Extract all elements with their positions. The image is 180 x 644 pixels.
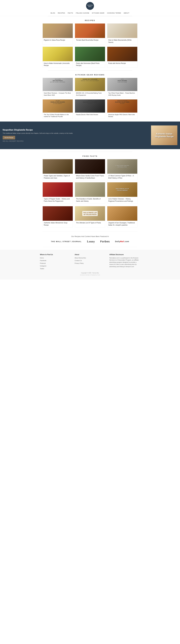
gear-card-image: BAKING 101: 15 Essential Baking Tools An… bbox=[75, 78, 105, 91]
gear-card-title: BAKING 101: 15 Essential Baking Tools An… bbox=[76, 92, 104, 96]
fact-card-image bbox=[43, 182, 73, 197]
recipe-card-image bbox=[75, 24, 105, 38]
cta-banner: Neapolitan Sfogliatelle Recipe This trad… bbox=[0, 122, 180, 149]
featured-title: Our Recipes And Content Have Been Featur… bbox=[43, 236, 137, 238]
footer-disclosure: Affiliate Disclosure Nonnabox.com is a p… bbox=[109, 254, 140, 270]
fact-card[interactable]: Where Does Vanilla Come From? Facts and … bbox=[75, 159, 105, 180]
recipe-card-body: Rigatoni in Salsa Rosa Recipe bbox=[43, 38, 73, 42]
fact-card-title: List of Italian Cheeses – History, Regio… bbox=[108, 198, 136, 202]
fact-card-image: THE ULTIMATE LIST OFITALIAN CHEESES bbox=[107, 182, 137, 197]
featured-logo-lonny: Lonny bbox=[87, 240, 95, 243]
cta-get-recipe-button[interactable]: Get the Recipe bbox=[3, 136, 15, 140]
recipe-card[interactable]: Pesto alla Genovese (Basil Pesto Recipe) bbox=[75, 47, 105, 68]
gear-overlay: The Best PIZZELLE IRON MAKERS IN THE MAR… bbox=[43, 100, 72, 104]
recipe-card-image bbox=[43, 47, 73, 61]
fact-card[interactable]: Types of Pepper Guide – History and Fact… bbox=[43, 182, 73, 204]
fact-card-body: Types of Pepper Guide – History and Fact… bbox=[43, 197, 73, 203]
recipe-card[interactable]: How to Make Besciamella (White Sauce) bbox=[107, 24, 137, 45]
bottom-card-image: THE ULTIMATE LISTOF ITALIAN PASTA bbox=[75, 206, 105, 221]
gear-card-title: The Top 10 Best Pizzelle Makers in the m… bbox=[44, 114, 72, 118]
gear-card[interactable]: The Best PIZZELLE IRON MAKERS IN THE MAR… bbox=[43, 99, 73, 119]
footer-where-link[interactable]: Facebook bbox=[40, 260, 71, 262]
cta-description: This traditional Italian recipe comes di… bbox=[3, 132, 148, 134]
bottom-card-body: The Ultimate List Of Types of Pasta bbox=[75, 221, 105, 225]
bottom-recipes-grid: Authentic Italian Minestrone Soup Recipe… bbox=[43, 206, 137, 228]
nav-item-recipes[interactable]: RECIPES bbox=[58, 12, 65, 14]
fact-card[interactable]: THE ULTIMATE LIST OFITALIAN CHEESES List… bbox=[107, 182, 137, 204]
footer-where-link[interactable]: Pinterest bbox=[40, 262, 71, 264]
recipes-divider bbox=[48, 16, 132, 16]
fact-card-image bbox=[43, 159, 73, 174]
recipe-card-body: Pasta alla Norma Recipe bbox=[107, 61, 137, 66]
footer-where-link[interactable]: Home bbox=[40, 257, 71, 259]
footer-where-to-find: Where to Find Us HomeFacebookPinterestIn… bbox=[40, 254, 71, 270]
cta-see-all-link[interactable]: SEE ALL DESSERT RECIPES bbox=[3, 140, 148, 142]
fact-card[interactable]: Potato Types and Varieties | Types of Po… bbox=[43, 159, 73, 180]
nav-item-kitchen-gear[interactable]: KITCHEN GEAR bbox=[92, 12, 105, 14]
gear-card-title: Rapala Electric Fillet Knife Review bbox=[76, 114, 104, 116]
gear-overlay: TOP 9 PASTA MAKERS A BUYING GUIDE bbox=[108, 78, 137, 83]
footer-exclusive: Exclusive Member of Mediavine Food bbox=[3, 274, 177, 276]
gear-card[interactable]: BAKING 101: 15 Essential Baking Tools An… bbox=[75, 78, 105, 97]
fact-card[interactable]: 17 Most Common Types RiceBrief History o… bbox=[107, 159, 137, 180]
recipe-card[interactable]: Tomato Basil Bruschetta Recipe bbox=[75, 24, 105, 45]
cta-image-text: Authentic ItalianSfogliatelle Recipe bbox=[155, 132, 173, 138]
fact-card[interactable]: The Grandeur of Garlic: Benefits of Garl… bbox=[75, 182, 105, 204]
nav-item-blog[interactable]: BLOG bbox=[51, 12, 55, 14]
cheese-text: THE ULTIMATE LIST OFITALIAN CHEESES bbox=[116, 188, 129, 191]
gear-card-title: Top 9 Best Pasta Maker – Pasta Machine 2… bbox=[108, 92, 136, 96]
footer-where-heading: Where to Find Us bbox=[40, 254, 71, 256]
gear-card-body: American Angler PRO Electric Fillet Knif… bbox=[107, 112, 137, 119]
recipe-card[interactable]: How to Make Homemade Limoncello Recipe bbox=[43, 47, 73, 68]
gear-section-title: KITCHEN GEAR REVIEWS bbox=[43, 74, 137, 76]
gear-card[interactable]: AMERICAN ANGLER ELECTRIC FILLET KNIFE RE… bbox=[107, 99, 137, 119]
bottom-card-image bbox=[107, 206, 137, 221]
gear-overlay: BAKING 101: 15 Essential Baking Tools An… bbox=[76, 78, 104, 82]
nav-item-cooking-terms[interactable]: COOKING TERMS bbox=[107, 12, 121, 14]
footer-disclosure-heading: Affiliate Disclosure bbox=[109, 254, 140, 256]
cheese-overlay: THE ULTIMATE LIST OFITALIAN CHEESES bbox=[107, 182, 137, 197]
recipe-card-body: Tomato Basil Bruschetta Recipe bbox=[75, 38, 105, 42]
gear-card-image: AMERICAN ANGLER ELECTRIC FILLET KNIFE RE… bbox=[107, 100, 137, 112]
gear-card-title: American Angler PRO Electric Fillet Knif… bbox=[108, 114, 136, 118]
nav-item-italian-cuisine[interactable]: ITALIAN CUISINE bbox=[76, 12, 89, 14]
footer-about: About About Nonna BoxContact UsPrivacy P… bbox=[75, 254, 105, 270]
fact-card-body: Potato Types and Varieties | Types of Po… bbox=[43, 174, 73, 180]
site-footer: Where to Find Us HomeFacebookPinterestIn… bbox=[0, 250, 180, 280]
site-logo[interactable]: NONNA BOX bbox=[86, 2, 94, 10]
bottom-recipe-card[interactable]: THE ULTIMATE LISTOF ITALIAN PASTA The Ul… bbox=[75, 206, 105, 228]
gear-card-image: RAPALA ELECTRIC FILLET KNIFE REVIEW bbox=[75, 100, 105, 112]
fact-card-image: 17 Most Common Types RiceBrief History o… bbox=[107, 159, 137, 174]
gear-card-image: TOP 9 PASTA MAKERS A BUYING GUIDE bbox=[107, 78, 137, 91]
gear-card[interactable]: TOP 9 PASTA MAKERS A BUYING GUIDE Top 9 … bbox=[107, 78, 137, 97]
footer-where-link[interactable]: Instagram bbox=[40, 265, 71, 267]
footer-about-heading: About bbox=[75, 254, 105, 256]
featured-logos: THE WALL STREET JOURNALLonnyForbesDailyM… bbox=[43, 240, 137, 243]
footer-about-link[interactable]: About Nonna Box bbox=[75, 257, 105, 259]
nav-item-about[interactable]: ABOUT bbox=[124, 12, 129, 14]
footer-where-link[interactable]: Twitter bbox=[40, 268, 71, 270]
recipe-card[interactable]: Pasta alla Norma Recipe bbox=[107, 47, 137, 68]
footer-about-link[interactable]: Contact Us bbox=[75, 260, 105, 262]
footer-disclosure-text: Nonnabox.com is a participant in the Ama… bbox=[109, 257, 140, 268]
featured-logo-forbes: Forbes bbox=[100, 240, 110, 243]
nav-item-facts[interactable]: FACTS bbox=[68, 12, 73, 14]
gear-card[interactable]: RAPALA ELECTRIC FILLET KNIFE REVIEW Rapa… bbox=[75, 99, 105, 119]
gear-overlay: AMERICAN ANGLER ELECTRIC FILLET KNIFE RE… bbox=[108, 100, 137, 104]
featured-logo-dailymail: DailyMail.com bbox=[115, 240, 129, 242]
footer-about-link[interactable]: Privacy Policy bbox=[75, 262, 105, 264]
recipe-card-image bbox=[107, 47, 137, 61]
bottom-recipe-card[interactable]: Authentic Italian Minestrone Soup Recipe bbox=[43, 206, 73, 228]
gear-grid: Here are the Best Hand Mixers BUYING GUI… bbox=[43, 78, 137, 119]
gear-overlay: Here are the Best Hand Mixers BUYING GUI… bbox=[43, 78, 72, 83]
bottom-recipe-card[interactable]: Zeppole di San Giuseppe | Traditional It… bbox=[107, 206, 137, 228]
featured-section: Our Recipes And Content Have Been Featur… bbox=[43, 231, 137, 247]
fact-card-title: Where Does Vanilla Come From? Facts and … bbox=[76, 175, 104, 179]
recipe-card-image bbox=[43, 24, 73, 38]
gear-card[interactable]: Here are the Best Hand Mixers BUYING GUI… bbox=[43, 78, 73, 97]
facts-grid: Potato Types and Varieties | Types of Po… bbox=[43, 159, 137, 204]
fact-card-title: The Grandeur of Garlic: Benefits of Garl… bbox=[76, 198, 104, 202]
img-overlay-text: 17 Most Common Types RiceBrief History o… bbox=[115, 164, 130, 168]
fact-card-image bbox=[75, 159, 105, 174]
recipe-card[interactable]: Rigatoni in Salsa Rosa Recipe bbox=[43, 24, 73, 45]
